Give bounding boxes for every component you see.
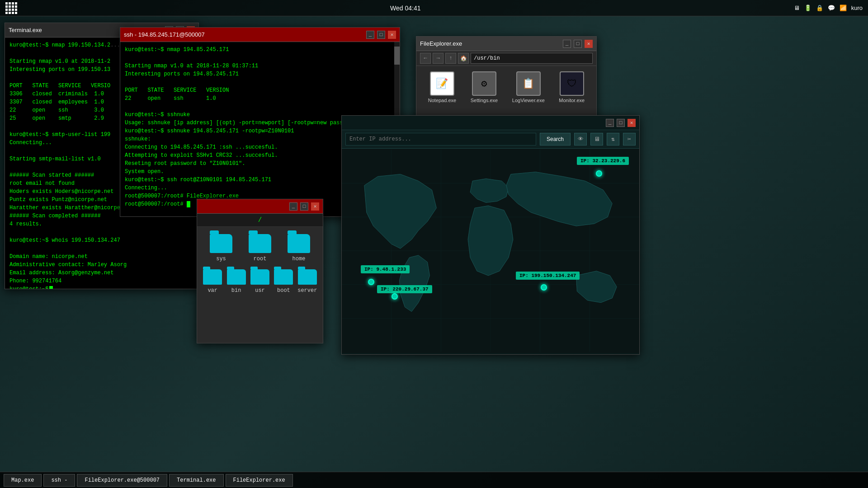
map-maximize[interactable]: □ [617, 119, 625, 127]
ip-dot-4 [541, 284, 547, 291]
ssh-line-1: kuro@test:~$ nmap 194.85.245.171 [125, 46, 395, 54]
terminal-line-30: Phone: 992741764 [9, 277, 194, 285]
ssh-titlebar[interactable]: ssh - 194.85.245.171@500007 _ □ ✕ [120, 28, 400, 42]
fe-main-close[interactable]: ✕ [585, 40, 593, 48]
map-window: _ □ ✕ Search 👁 🖥 ⇅ ✂ [341, 115, 640, 355]
fe-folder-home-label: home [292, 256, 306, 262]
taskbar-right-icons: 🖥 🔋 🔒 💬 📶 kuro [794, 5, 863, 11]
fe-item-notepad[interactable]: 📝 Notepad.exe [428, 71, 456, 103]
fe-path-input[interactable] [471, 53, 593, 64]
fe-logviewer-label: LogViewer.exe [512, 98, 545, 103]
folder-icon-root [249, 234, 271, 253]
chat-icon: 💬 [828, 5, 835, 11]
ssh-line-2 [125, 54, 395, 62]
map-titlebar[interactable]: _ □ ✕ [342, 116, 639, 130]
map-content: IP: 32.23.229.6 IP: 9.48.1.233 IP: 220.2… [342, 149, 639, 353]
fe-forward-btn[interactable]: → [433, 53, 443, 64]
fe-folder-home[interactable]: home [282, 234, 316, 262]
fe-folder-server-label: server [297, 287, 317, 294]
terminal-line-23: 4 results. [9, 220, 194, 228]
ip-marker-3: IP: 220.29.67.37 [377, 285, 432, 293]
taskbar-btn-terminal[interactable]: Terminal.exe [169, 474, 223, 487]
fe-up-btn[interactable]: ↑ [445, 53, 456, 64]
fe-item-settings[interactable]: ⚙ Settings.exe [471, 71, 498, 103]
terminal-line-28: Administrative contact: Marley Asorg [9, 261, 194, 269]
terminal-line-24 [9, 228, 194, 236]
apps-grid-icon[interactable] [5, 2, 17, 14]
map-close[interactable]: ✕ [627, 119, 636, 127]
taskbar-btn-fe2[interactable]: FileExplorer.exe [226, 474, 293, 487]
fe-main-maximize[interactable]: □ [574, 40, 582, 48]
fe-top-folder-grid: sys root home [197, 227, 323, 269]
terminal-line-31: kuro@test:~$ [9, 285, 194, 289]
fe-small-close[interactable]: ✕ [311, 202, 319, 211]
map-cut-btn[interactable]: ✂ [623, 133, 636, 145]
logviewer-icon: 📋 [516, 71, 541, 96]
battery-icon: 🔋 [804, 5, 811, 11]
ip-marker-1: IP: 32.23.229.6 [577, 157, 629, 165]
map-ip-input[interactable] [345, 133, 536, 145]
map-screen-btn[interactable]: 🖥 [590, 133, 603, 145]
map-eye-btn[interactable]: 👁 [574, 133, 587, 145]
fe-small-maximize[interactable]: □ [300, 202, 308, 211]
lock-icon: 🔒 [816, 5, 823, 11]
fe-folder-root[interactable]: root [243, 234, 277, 262]
wifi-icon: 📶 [840, 5, 847, 11]
ssh-scrollbar-thumb[interactable] [394, 47, 400, 65]
map-share-btn[interactable]: ⇅ [607, 133, 619, 145]
taskbar-btn-map[interactable]: Map.exe [4, 474, 42, 487]
taskbar-btn-fe1[interactable]: FileExplorer.exe@500007 [77, 474, 167, 487]
fe-folder-var[interactable]: var [203, 269, 222, 294]
ssh-title: ssh - 194.85.245.171@500007 [124, 31, 205, 38]
fe-small-minimize[interactable]: _ [289, 202, 297, 211]
folder-icon-sys [210, 234, 232, 253]
folder-icon-server [298, 269, 317, 285]
taskbar-left-icons [5, 2, 17, 14]
fe-item-monitor[interactable]: 🛡 Monitor.exe [559, 71, 585, 103]
ssh-line-3: Starting nmap v1.0 at 2018-11-28 01:37:1… [125, 62, 395, 70]
ssh-line-6: PORT STATE SERVICE VERSION [125, 86, 395, 94]
fe-folder-boot-label: boot [277, 287, 290, 294]
fe-main-titlebar[interactable]: FileExplorer.exe _ □ ✕ [416, 37, 596, 51]
fe-folder-boot[interactable]: boot [274, 269, 293, 294]
map-minimize[interactable]: _ [606, 119, 614, 127]
fe-main-minimize[interactable]: _ [563, 40, 571, 48]
settings-icon: ⚙ [472, 71, 496, 96]
terminal-line-26 [9, 244, 194, 253]
ssh-line-4: Interesting ports on 194.85.245.171 [125, 70, 395, 78]
terminal-line-27: Domain name: nicorpe.net [9, 253, 194, 261]
fe-item-logviewer[interactable]: 📋 LogViewer.exe [512, 71, 545, 103]
fe-small-path: / [197, 214, 323, 227]
fe-home-btn[interactable]: 🏠 [458, 53, 469, 64]
taskbar-top: Wed 04:41 🖥 🔋 🔒 💬 📶 kuro [0, 0, 868, 16]
ssh-line-8 [125, 103, 395, 111]
ssh-controls[interactable]: _ □ ✕ [366, 31, 396, 39]
file-explorer-small-window: _ □ ✕ / sys root home var [197, 199, 323, 343]
user-label: kuro [851, 5, 863, 11]
fe-folder-root-label: root [254, 256, 267, 262]
ssh-maximize[interactable]: □ [377, 31, 385, 39]
map-search-button[interactable]: Search [540, 133, 571, 145]
fe-folder-server[interactable]: server [297, 269, 317, 294]
fe-folder-usr[interactable]: usr [250, 269, 270, 294]
ip-dot-1 [596, 170, 602, 177]
ssh-line-5 [125, 78, 395, 86]
fe-small-titlebar[interactable]: _ □ ✕ [197, 199, 323, 214]
fe-monitor-label: Monitor.exe [559, 98, 585, 103]
map-svg [342, 149, 639, 353]
fe-small-controls[interactable]: _ □ ✕ [289, 202, 319, 211]
monitor-icon: 🛡 [560, 71, 584, 96]
fe-folder-bin[interactable]: bin [226, 269, 246, 294]
notepad-icon: 📝 [430, 71, 454, 96]
ssh-minimize[interactable]: _ [366, 31, 374, 39]
fe-folder-sys[interactable]: sys [204, 234, 238, 262]
ip-marker-2: IP: 9.48.1.233 [361, 265, 410, 273]
taskbar-btn-ssh[interactable]: ssh - [43, 474, 75, 487]
map-toolbar: Search 👁 🖥 ⇅ ✂ [342, 130, 639, 149]
fe-back-btn[interactable]: ← [420, 53, 431, 64]
screen-icon: 🖥 [794, 5, 800, 11]
ssh-close[interactable]: ✕ [388, 31, 396, 39]
map-controls[interactable]: _ □ ✕ [606, 119, 636, 127]
fe-settings-label: Settings.exe [471, 98, 498, 103]
fe-main-controls[interactable]: _ □ ✕ [563, 40, 593, 48]
